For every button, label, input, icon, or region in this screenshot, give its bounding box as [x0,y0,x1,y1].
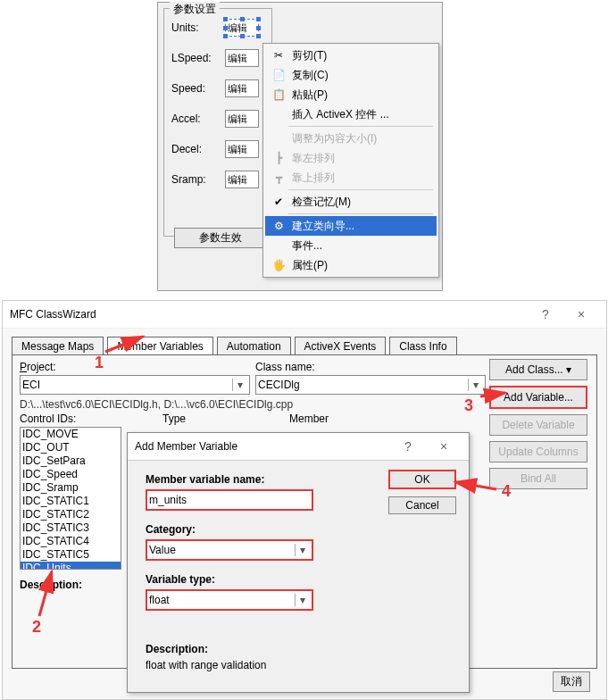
wizard-buttons-col: Add Class... ▾ Add Variable... Delete Va… [489,359,587,489]
context-menu-item: ┣靠左排列 [265,148,437,168]
context-menu-item[interactable]: ⚙建立类向导... [265,216,437,236]
annotation-2: 2 [32,618,41,637]
context-menu-item[interactable]: 🖐属性(P) [265,255,437,275]
list-item[interactable]: IDC_SetPara [21,454,121,468]
menu-separator [288,189,433,190]
context-menu-item[interactable]: ✂剪切(T) [265,46,437,65]
list-item[interactable]: IDC_MOVE [21,428,121,441]
menu-icon: ✂ [269,49,288,62]
param-edit-box[interactable]: 编辑 [225,140,259,158]
desc-label: Description: [146,643,451,655]
class-name-label: Class name: [255,361,315,373]
menu-label: 事件... [288,238,433,254]
context-menu-item[interactable]: 事件... [265,236,437,255]
list-item[interactable]: IDC_STATIC3 [21,521,121,535]
param-edit-box[interactable]: 编辑 [225,171,259,188]
wizard-tab[interactable]: Member Variables [107,337,212,355]
param-edit-box[interactable]: 编辑 [225,19,259,37]
param-edit-box[interactable]: 编辑 [225,79,259,97]
apply-params-button[interactable]: 参数生效 [174,228,267,248]
wizard-tab[interactable]: ActiveX Events [295,337,387,355]
list-item[interactable]: IDC_STATIC2 [21,508,121,521]
menu-label: 检查记忆(M) [288,195,433,210]
desc-value: float with range validation [146,659,451,671]
add-member-variable-dialog: Add Member Variable ? × Member variable … [127,432,470,693]
param-row: LSpeed:编辑 [171,46,271,70]
context-menu-item[interactable]: 📋粘贴(P) [265,85,437,104]
menu-separator [288,213,433,214]
list-item[interactable]: IDC_Sramp [21,481,121,495]
annotation-4: 4 [502,482,511,501]
cancel-button[interactable]: Cancel [388,496,456,514]
list-item[interactable]: IDC_STATIC5 [21,548,121,562]
close-button[interactable]: × [426,439,462,454]
dropdown-arrow-icon: ▾ [468,379,483,391]
param-row: Decel:编辑 [171,138,271,161]
menu-label: 调整为内容大小(I) [288,131,433,146]
close-button[interactable]: × [563,307,599,321]
param-edit-box[interactable]: 编辑 [225,110,259,128]
menu-icon: 📋 [269,88,288,101]
category-combo[interactable]: Value ▾ [146,539,313,561]
menu-label: 剪切(T) [288,48,433,63]
param-label: Decel: [171,143,225,155]
list-item[interactable]: IDC_OUT [21,441,121,454]
help-button[interactable]: ? [390,439,426,454]
param-edit-box[interactable]: 编辑 [225,49,259,67]
var-name-input[interactable]: m_units [146,489,313,511]
menu-label: 属性(P) [288,258,433,273]
context-menu: ✂剪切(T)📄复制(C)📋粘贴(P)插入 ActiveX 控件 ...调整为内容… [262,43,439,278]
class-name-value: CECIDlg [258,379,300,391]
context-menu-item[interactable]: 📄复制(C) [265,65,437,85]
var-type-combo[interactable]: float ▾ [146,589,313,611]
col-member: Member [289,412,329,425]
menu-icon: ┳ [269,171,288,184]
project-combo[interactable]: ECI ▾ [20,375,250,395]
param-label: LSpeed: [171,52,225,64]
dropdown-arrow-icon: ▾ [566,363,571,376]
menu-label: 复制(C) [288,68,433,83]
project-value: ECI [22,379,40,391]
context-menu-item[interactable]: ✔检查记忆(M) [265,192,437,212]
list-item[interactable]: IDC_STATIC1 [21,495,121,508]
param-label: Speed: [171,82,225,95]
delete-variable-button[interactable]: Delete Variable [489,414,587,436]
control-ids-listbox[interactable]: IDC_MOVEIDC_OUTIDC_SetParaIDC_SpeedIDC_S… [20,427,121,570]
param-label: Units: [171,21,225,34]
groupbox-title: 参数设置 [170,2,220,17]
param-row: Accel:编辑 [171,107,271,130]
menu-icon: ⚙ [269,220,288,232]
param-row: Units:编辑 [171,16,271,39]
wizard-title: MFC ClassWizard [10,308,528,321]
var-name-value: m_units [149,494,187,506]
list-item[interactable]: IDC_Units [21,562,121,570]
dialog-title-bar: Add Member Variable ? × [128,433,469,461]
context-menu-item[interactable]: 插入 ActiveX 控件 ... [265,104,437,124]
menu-label: 靠上排列 [288,171,433,186]
wizard-tab[interactable]: Message Maps [12,337,104,355]
list-item[interactable]: IDC_STATIC4 [21,535,121,548]
project-label: Project: [20,361,56,373]
menu-label: 粘贴(P) [288,88,433,103]
add-variable-button[interactable]: Add Variable... [489,386,587,409]
var-type-label: Variable type: [146,573,451,586]
var-type-value: float [149,594,170,606]
update-columns-button[interactable]: Update Columns [489,441,587,462]
path-text: D:\...\test\vc6.0\ECI\ECIDlg.h, D:\...\v… [20,398,293,411]
menu-icon: 🖐 [269,259,288,271]
class-name-combo[interactable]: CECIDlg ▾ [255,375,486,395]
menu-label: 建立类向导... [288,219,433,234]
dropdown-arrow-icon: ▾ [295,544,310,556]
list-item[interactable]: IDC_Speed [21,468,121,481]
menu-label: 插入 ActiveX 控件 ... [288,107,433,122]
ok-button[interactable]: OK [388,470,456,489]
wizard-cancel-button[interactable]: 取消 [553,671,590,692]
help-button[interactable]: ? [528,307,563,321]
menu-icon: 📄 [269,69,288,81]
dropdown-arrow-icon: ▾ [232,379,247,391]
dropdown-arrow-icon: ▾ [295,594,310,606]
add-class-button[interactable]: Add Class... ▾ [489,359,587,380]
param-label: Accel: [171,112,225,125]
wizard-tab[interactable]: Class Info [389,337,456,355]
wizard-tab[interactable]: Automation [217,337,291,355]
